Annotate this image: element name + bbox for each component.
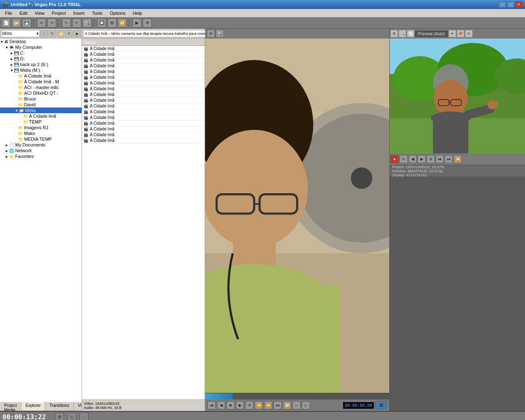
tl-zoom-in-button[interactable]: + xyxy=(67,413,76,420)
undo-button[interactable]: ↩ xyxy=(37,18,46,27)
file-item-11[interactable]: 🎬A Cidade Imã xyxy=(82,109,205,115)
video-scrub-bar[interactable] xyxy=(205,393,389,399)
right-zoom-button[interactable]: 🔍 xyxy=(399,30,406,37)
go-end-button[interactable]: ⏭ xyxy=(274,401,282,409)
right-play-reverse-button[interactable]: ◀ xyxy=(409,155,417,163)
tl-options-button[interactable]: ⚙ xyxy=(55,413,64,420)
save-button[interactable]: 💾 xyxy=(22,18,31,27)
edit-tool-button[interactable]: ✂ xyxy=(72,18,81,27)
right-record-button[interactable]: ● xyxy=(390,155,399,163)
file-item-0[interactable]: 🎬A Cidade Imã xyxy=(82,46,205,52)
more-button[interactable]: ▶ xyxy=(73,30,81,37)
right-frame-back-button[interactable]: ⏮ xyxy=(436,155,444,163)
tree-item-a-cidade-imã[interactable]: 📁A Cidade Imã xyxy=(0,73,82,79)
mark-out-button[interactable]: ▷ xyxy=(302,401,310,409)
file-item-6[interactable]: 🎬A Cidade Imã xyxy=(82,80,205,86)
folder-dropdown[interactable]: Idriss ▾ xyxy=(1,30,40,37)
tree-item-favorites[interactable]: ▸⭐Favorites xyxy=(0,153,82,159)
right-attach-button[interactable]: 📌 xyxy=(457,30,464,37)
open-button[interactable]: 📂 xyxy=(12,18,21,27)
tree-item-midia-(m:)[interactable]: ▾💾Midia (M:) xyxy=(0,67,82,73)
new-folder-button[interactable]: 📁 xyxy=(57,30,64,37)
refresh-button[interactable]: ↻ xyxy=(49,30,56,37)
menu-view[interactable]: View xyxy=(32,10,48,16)
tab-video-fx[interactable]: Vide xyxy=(74,402,82,411)
file-item-15[interactable]: 🎬A Cidade Imã xyxy=(82,132,205,138)
right-refresh-button[interactable]: ↻ xyxy=(399,155,408,163)
menu-project[interactable]: Project xyxy=(48,10,69,16)
menu-insert[interactable]: Insert xyxy=(70,10,88,16)
tree-item-network[interactable]: ▸🌐Network xyxy=(0,148,82,153)
file-item-2[interactable]: 🎬A Cidade Imã xyxy=(82,57,205,63)
menu-file[interactable]: File xyxy=(2,10,16,16)
right-video-screen[interactable] xyxy=(390,39,525,153)
file-item-16[interactable]: 🎬A Cidade Imã xyxy=(82,138,205,144)
snap-button[interactable]: 🔲 xyxy=(97,18,106,27)
right-frame-fwd-button[interactable]: ⏭ xyxy=(445,155,453,163)
file-item-3[interactable]: 🎬A Cidade Imã xyxy=(82,63,205,69)
tree-item-c:[interactable]: ▸💾C: xyxy=(0,50,82,56)
play-button[interactable]: ▶ xyxy=(236,401,244,409)
tree-item-d:[interactable]: ▸💾D: xyxy=(0,56,82,62)
file-item-14[interactable]: 🎬A Cidade Imã xyxy=(82,126,205,132)
tl-zoom-out-button[interactable]: - xyxy=(80,413,89,420)
pause-button[interactable]: ⏸ xyxy=(245,401,253,409)
file-item-13[interactable]: 🎬A Cidade Imã xyxy=(82,121,205,126)
tree-item-idriss[interactable]: ▾📁Idriss xyxy=(0,107,82,113)
stop-button[interactable]: ■ xyxy=(226,401,235,409)
tree-item-bruce[interactable]: 📁Bruce xyxy=(0,96,82,102)
file-item-12[interactable]: 🎬A Cidade Imã xyxy=(82,115,205,121)
file-item-10[interactable]: 🎬A Cidade Imã xyxy=(82,103,205,109)
mark-in-button[interactable]: ▷ xyxy=(292,401,301,409)
render-button[interactable]: ▶ xyxy=(132,18,142,27)
video-screen[interactable] xyxy=(205,39,389,393)
file-item-7[interactable]: 🎬A Cidade Imã xyxy=(82,86,205,92)
frame-forward-button[interactable]: ⏩ xyxy=(264,401,272,409)
delete-button[interactable]: ✕ xyxy=(65,30,73,37)
preview-zoom-button[interactable]: 🔍 xyxy=(216,30,224,38)
file-item-5[interactable]: 🎬A Cidade Imã xyxy=(82,75,205,80)
right-close-button[interactable]: ✕ xyxy=(465,30,472,37)
tree-item-mako[interactable]: 📁Mako xyxy=(0,130,82,136)
tab-explorer[interactable]: Explorer xyxy=(21,402,45,411)
properties-button[interactable]: ⚙ xyxy=(143,18,152,27)
right-play-button[interactable]: ▶ xyxy=(418,155,426,163)
tree-item-temp[interactable]: 📁TEMP xyxy=(0,119,82,125)
tree-item-back-up-2-(e:)[interactable]: ▸💾back up 2 (E:) xyxy=(0,62,82,67)
menu-options[interactable]: Options xyxy=(107,10,129,16)
tab-project-media[interactable]: Project Media xyxy=(0,402,21,411)
tree-item-a-cidade-imã---m[interactable]: 📁A Cidade Imã - M xyxy=(0,79,82,84)
nav-up-button[interactable]: ↑ xyxy=(41,30,48,37)
tree-item-a-cidade-imã[interactable]: 📁A Cidade Imã xyxy=(0,113,82,119)
right-options-button[interactable]: ⚙ xyxy=(390,30,398,37)
file-item-9[interactable]: 🎬A Cidade Imã xyxy=(82,98,205,103)
redo-button[interactable]: ↪ xyxy=(47,18,56,27)
right-pause-button[interactable]: ⏸ xyxy=(427,155,435,163)
menu-tools[interactable]: Tools xyxy=(89,10,106,16)
file-item-1[interactable]: 🎬A Cidade Imã xyxy=(82,52,205,57)
tab-transitions[interactable]: Transitions xyxy=(45,402,74,411)
preview-options-button[interactable]: ⚙ xyxy=(207,30,215,38)
select-tool-button[interactable]: ↖ xyxy=(62,18,71,27)
file-list-content[interactable]: 🎬A Cidade Imã🎬A Cidade Imã🎬A Cidade Imã🎬… xyxy=(82,46,205,399)
new-project-button[interactable]: 📄 xyxy=(2,18,11,27)
menu-help[interactable]: Help xyxy=(130,10,146,16)
right-go-end-button[interactable]: ⏩ xyxy=(454,155,462,163)
go-start-button[interactable]: ⏮ xyxy=(208,401,216,409)
preview-mode-dropdown[interactable]: ▾ xyxy=(449,30,456,37)
loop-preview-button[interactable]: 🔁 xyxy=(283,401,291,409)
file-item-8[interactable]: 🎬A Cidade Imã xyxy=(82,92,205,98)
minimize-button[interactable]: ─ xyxy=(499,1,506,8)
grid-button[interactable]: ⊞ xyxy=(107,18,116,27)
tree-item-my-documents[interactable]: ▸📄My Documents xyxy=(0,142,82,148)
play-reverse-button[interactable]: ◀ xyxy=(217,401,225,409)
tree-item-media-temp[interactable]: 📁MEDIA TEMP xyxy=(0,136,82,142)
tree-item-david[interactable]: 📁David xyxy=(0,102,82,107)
thumbnail-button[interactable]: 🖼 xyxy=(375,401,387,409)
file-item-4[interactable]: 🎬A Cidade Imã xyxy=(82,69,205,75)
frame-back-button[interactable]: ⏪ xyxy=(255,401,263,409)
loop-button[interactable]: 🔁 xyxy=(118,18,127,27)
tree-item-desktop[interactable]: ▾🖥Desktop xyxy=(0,39,82,44)
menu-edit[interactable]: Edit xyxy=(16,10,31,16)
tree-item-my-computer[interactable]: ▾💻My Computer xyxy=(0,44,82,50)
